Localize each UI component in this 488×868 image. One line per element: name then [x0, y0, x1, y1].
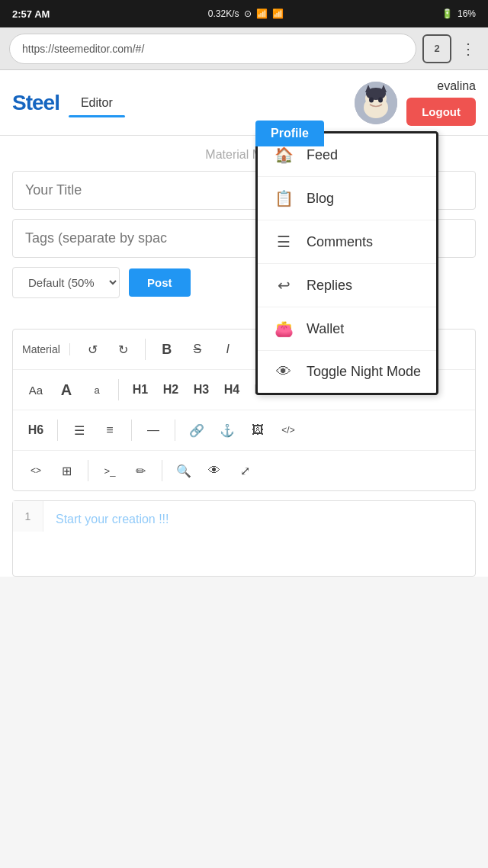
tabs-row: Editor: [69, 90, 345, 116]
h4-button[interactable]: H4: [218, 376, 246, 403]
profile-dropdown-menu: 🏠 Feed 📋 Blog ☰ Comments ↩ Replies 👛 Wal…: [255, 131, 438, 395]
ul-list-button[interactable]: ☰: [66, 416, 93, 444]
menu-item-blog[interactable]: 📋 Blog: [258, 177, 436, 220]
brand-logo: Steel: [12, 91, 59, 115]
search-button[interactable]: 🔍: [170, 457, 197, 484]
blog-label: Blog: [307, 191, 334, 207]
divider-2: [118, 379, 119, 400]
divider-1: [145, 339, 146, 360]
profile-tab-button[interactable]: Profile: [255, 121, 324, 146]
divider-4: [131, 420, 132, 441]
blog-icon: 📋: [273, 189, 294, 207]
clock-icon: ⊙: [244, 8, 252, 19]
code-line-1: 1 Start your creation !!!: [13, 501, 475, 539]
font-small-button[interactable]: a: [83, 376, 111, 403]
strikethrough-button[interactable]: S: [184, 336, 211, 363]
status-bar: 2:57 AM 0.32K/s ⊙ 📶 📶 🔋 16%: [0, 0, 488, 27]
line-number-1: 1: [13, 501, 43, 532]
tab-count-button[interactable]: 2: [422, 34, 451, 63]
link-button[interactable]: 🔗: [183, 416, 210, 444]
night-mode-label: Toggle Night Mode: [307, 364, 421, 380]
feed-label: Feed: [307, 147, 338, 163]
menu-item-night-mode[interactable]: 👁 Toggle Night Mode: [258, 351, 436, 393]
browser-menu-button[interactable]: ⋮: [458, 37, 479, 61]
battery-status: 🔋 16%: [441, 8, 476, 19]
preview-button[interactable]: 👁: [201, 457, 228, 484]
browser-bar: https://steemeditor.com/#/ 2 ⋮: [0, 27, 488, 70]
url-text: https://steemeditor.com/#/: [22, 43, 144, 55]
anchor-button[interactable]: ⚓: [214, 416, 241, 444]
network-status: 0.32K/s ⊙ 📶 📶: [208, 8, 284, 19]
signal-icon: 📶: [272, 8, 284, 19]
fullscreen-button[interactable]: ⤢: [231, 457, 258, 484]
table-button[interactable]: ⊞: [53, 457, 80, 484]
wallet-label: Wallet: [307, 321, 344, 337]
home-icon: 🏠: [273, 146, 294, 164]
bold-button[interactable]: B: [153, 336, 181, 363]
divider-3: [57, 420, 58, 441]
reward-select[interactable]: Default (50%: [12, 267, 120, 298]
comments-label: Comments: [307, 234, 373, 250]
profile-area: evalina Logout: [355, 79, 476, 126]
image-button[interactable]: 🖼: [244, 416, 271, 444]
h1-button[interactable]: H1: [127, 376, 154, 403]
username-label: evalina: [437, 79, 476, 93]
terminal-button[interactable]: >_: [96, 457, 124, 484]
network-speed: 0.32K/s: [208, 8, 239, 19]
menu-item-replies[interactable]: ↩ Replies: [258, 264, 436, 307]
toolbar-row-3: H6 ☰ ≡ — 🔗 ⚓ 🖼 </>: [13, 410, 475, 451]
toolbar-row-4: <> ⊞ >_ ✏ 🔍 👁 ⤢: [13, 451, 475, 490]
time-display: 2:57 AM: [12, 8, 50, 20]
italic-button[interactable]: I: [214, 336, 242, 363]
eye-icon: 👁: [273, 363, 294, 381]
svg-point-5: [378, 97, 383, 102]
h2-button[interactable]: H2: [157, 376, 185, 403]
svg-point-4: [369, 97, 374, 102]
font-normal-button[interactable]: Aa: [22, 376, 50, 403]
code-block-button[interactable]: <>: [22, 457, 50, 484]
hr-button[interactable]: —: [140, 416, 167, 444]
undo-button[interactable]: ↺: [79, 336, 107, 363]
h6-button[interactable]: H6: [22, 416, 50, 444]
ol-list-button[interactable]: ≡: [96, 416, 124, 444]
wallet-icon: 👛: [273, 320, 294, 338]
wifi-icon: 📶: [256, 8, 268, 19]
divider-6: [88, 460, 88, 481]
battery-percent: 16%: [458, 8, 476, 19]
logout-button[interactable]: Logout: [406, 98, 476, 126]
post-button[interactable]: Post: [129, 268, 191, 297]
line-text-1: Start your creation !!!: [56, 513, 169, 526]
code-editor: 1 Start your creation !!!: [12, 500, 476, 577]
font-large-button[interactable]: A: [53, 376, 80, 403]
h3-button[interactable]: H3: [188, 376, 215, 403]
toolbar-label: Material: [22, 343, 70, 355]
redo-button[interactable]: ↻: [110, 336, 137, 363]
code-inline-button[interactable]: </>: [274, 416, 302, 444]
divider-7: [162, 460, 162, 481]
line-content-1[interactable]: Start your creation !!!: [43, 501, 475, 538]
menu-item-wallet[interactable]: 👛 Wallet: [258, 307, 436, 351]
avatar: [355, 82, 397, 124]
url-bar[interactable]: https://steemeditor.com/#/: [9, 34, 416, 64]
replies-label: Replies: [307, 278, 352, 294]
tab-editor[interactable]: Editor: [69, 90, 125, 116]
replies-icon: ↩: [273, 276, 294, 294]
comments-icon: ☰: [273, 233, 294, 251]
menu-item-comments[interactable]: ☰ Comments: [258, 220, 436, 264]
divider-5: [175, 420, 175, 441]
app-header: Steel Editor: [0, 70, 488, 136]
app-container: Steel Editor: [0, 70, 488, 577]
battery-icon: 🔋: [441, 8, 453, 19]
pencil-button[interactable]: ✏: [127, 457, 154, 484]
